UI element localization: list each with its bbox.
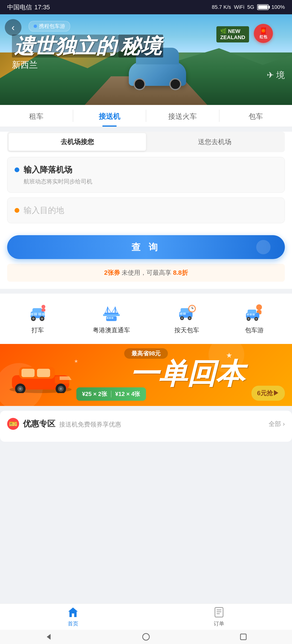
svg-rect-9 <box>42 313 45 316</box>
svg-point-43 <box>255 318 257 320</box>
status-bar: 中国电信 17:35 85.7 K/s WiFi 5G 100% <box>0 0 292 14</box>
flight-icon: ✈ 境 <box>267 70 285 81</box>
query-button[interactable]: 查 询 <box>7 235 285 259</box>
svg-point-10 <box>42 305 45 309</box>
back-system-btn[interactable] <box>43 631 55 643</box>
svg-point-29 <box>189 317 190 319</box>
hero-banner: ‹ 携程包车游 遗世独立的秘境 新西兰 🧧 红包 🌿 NEW ZEALAND <box>0 14 292 105</box>
back-button[interactable]: ‹ <box>5 19 22 36</box>
nav-orders-label: 订单 <box>214 620 224 627</box>
svg-marker-60 <box>68 608 78 617</box>
discount-all-btn[interactable]: 全部 › <box>268 420 285 428</box>
service-taxi[interactable]: 打车 <box>27 303 48 334</box>
svg-rect-21 <box>107 317 108 319</box>
discount-zone-titles: 优惠专区 接送机免费领券享优惠 <box>23 418 121 429</box>
speed-label: 85.7 K/s <box>212 4 231 10</box>
status-left: 中国电信 17:35 <box>7 3 50 12</box>
sub-tab-pickup[interactable]: 去机场接您 <box>8 133 146 151</box>
main-card: 去机场接您 送您去机场 输入降落机场 航班动态将实时同步给司机 输入目的地 查 … <box>0 132 292 289</box>
svg-rect-44 <box>247 314 249 316</box>
promo-voucher2: ¥12 × 4张 <box>115 390 140 398</box>
svg-rect-31 <box>183 312 186 315</box>
nav-home-label: 首页 <box>68 620 78 627</box>
service-grid: 打车 <box>0 294 292 344</box>
destination-input-placeholder: 输入目的地 <box>24 205 64 216</box>
svg-point-5 <box>41 318 43 320</box>
coupon-discount: 8.8折 <box>173 269 188 276</box>
sub-tabs: 去机场接您 送您去机场 <box>7 132 285 152</box>
sub-tab-dropoff[interactable]: 送您去机场 <box>146 133 284 151</box>
svg-rect-19 <box>103 314 120 316</box>
promo-voucher-strip: ¥25 × 2张 ¥12 × 4张 <box>76 387 146 401</box>
status-right: 85.7 K/s WiFi 5G 100% <box>212 4 285 10</box>
svg-point-66 <box>143 634 149 640</box>
tab-charter[interactable]: 包车 <box>220 105 292 127</box>
destination-input-field[interactable]: 输入目的地 <box>7 198 285 223</box>
service-taxi-label: 打车 <box>32 326 44 334</box>
promo-max-text: 最高省98元 <box>132 350 161 356</box>
wifi-label: WiFi <box>234 4 244 10</box>
svg-rect-23 <box>112 317 113 319</box>
svg-rect-7 <box>34 313 37 316</box>
svg-rect-1 <box>32 308 42 314</box>
order-icon <box>213 606 225 618</box>
tab-rent-car-label: 租车 <box>29 112 44 120</box>
carrier-label: 中国电信 <box>7 3 32 12</box>
coupon-badge[interactable]: 🧧 红包 <box>254 24 273 43</box>
tab-airport-label: 接送机 <box>99 112 120 120</box>
tab-airport[interactable]: 接送机 <box>73 105 146 127</box>
nav-orders[interactable]: 订单 <box>146 604 292 630</box>
hero-subtitle: 新西兰 <box>12 59 163 71</box>
sub-tab-dropoff-label: 送您去机场 <box>198 138 232 146</box>
tab-rent-car[interactable]: 租车 <box>0 105 73 127</box>
discount-zone-icon: 🎫 <box>7 418 19 430</box>
svg-marker-65 <box>47 634 50 640</box>
promo-cta-label: 6元抢▶ <box>257 390 279 397</box>
discount-zone-header: 🎫 优惠专区 接送机免费领券享优惠 全部 › <box>7 418 285 430</box>
svg-rect-22 <box>109 317 111 319</box>
svg-rect-46 <box>252 314 255 316</box>
coupon-badge-label: 红包 <box>260 34 267 40</box>
discount-title: 优惠专区 <box>23 419 55 428</box>
svg-rect-6 <box>30 313 34 316</box>
discount-subtitle: 接送机免费领券享优惠 <box>59 421 121 428</box>
battery-icon <box>257 4 268 10</box>
promo-max-badge: 最高省98元 <box>124 348 168 359</box>
svg-point-27 <box>181 317 183 319</box>
hero-main-title: 遗世独立的秘境 <box>12 36 163 56</box>
star-icon-2: ★ <box>74 358 78 364</box>
promo-cta-btn[interactable]: 6元抢▶ <box>252 386 285 401</box>
airport-input-field[interactable]: 输入降落机场 航班动态将实时同步给司机 <box>7 157 285 193</box>
promo-main-label: 一单回本 <box>130 359 244 388</box>
service-tour-label: 包车游 <box>245 326 264 334</box>
service-gba[interactable]: 粤港澳直通车 <box>93 303 130 334</box>
discount-zone: 🎫 优惠专区 接送机免费领券享优惠 全部 › <box>0 411 292 442</box>
tab-train[interactable]: 接送火车 <box>146 105 219 127</box>
svg-point-41 <box>248 318 250 320</box>
service-gba-label: 粤港澳直通车 <box>93 326 130 334</box>
query-button-label: 查 询 <box>132 242 161 252</box>
nav-home[interactable]: 首页 <box>0 604 146 630</box>
coupon-text: 未使用，可最高享 <box>122 269 171 276</box>
input-dot-orange <box>14 208 19 213</box>
svg-rect-30 <box>180 312 182 315</box>
promo-main-text: 一单回本 <box>130 359 244 388</box>
system-nav <box>0 630 292 644</box>
battery-label: 100% <box>272 4 285 10</box>
svg-marker-59 <box>60 376 72 380</box>
bridge-icon <box>101 303 122 322</box>
taxi-icon <box>27 303 48 322</box>
recent-system-btn[interactable] <box>237 631 249 643</box>
svg-point-36 <box>256 304 262 310</box>
svg-rect-45 <box>250 314 252 316</box>
tab-train-label: 接送火车 <box>168 112 197 120</box>
airport-input-hint: 航班动态将实时同步给司机 <box>14 178 278 185</box>
home-system-btn[interactable] <box>140 631 152 643</box>
service-daily[interactable]: 按天包车 <box>174 303 199 334</box>
brand-tag: 携程包车游 <box>29 21 70 32</box>
discount-all-label: 全部 › <box>268 420 285 428</box>
svg-line-16 <box>112 307 115 314</box>
airport-input-placeholder: 输入降落机场 <box>24 164 72 175</box>
service-tour[interactable]: 包车游 <box>244 303 265 334</box>
promo-banner[interactable]: 最高省98元 一单回本 <box>0 344 292 406</box>
